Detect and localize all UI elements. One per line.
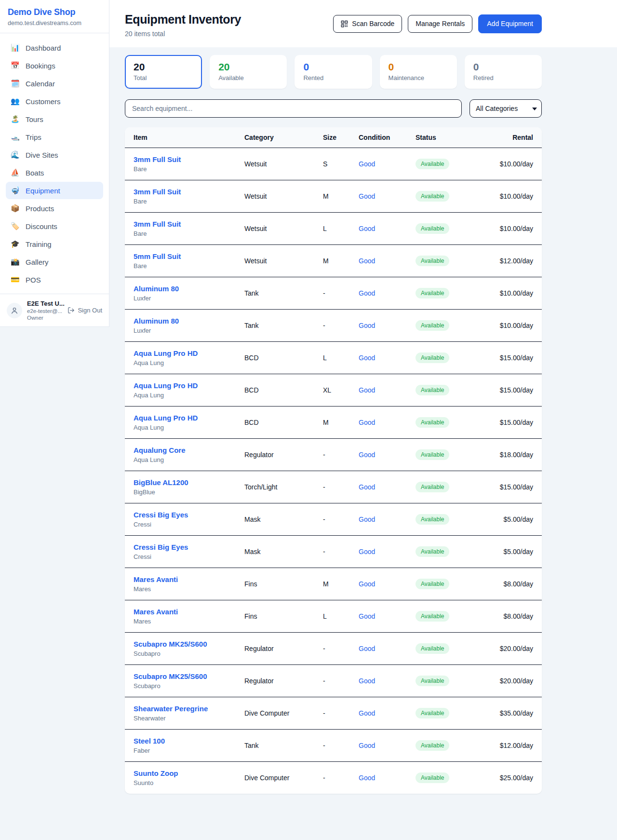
size-cell: - [323,310,359,342]
sidebar-item-tours[interactable]: 🏝️Tours [6,110,103,128]
item-brand: Luxfer [134,327,244,334]
item-link[interactable]: Scubapro MK25/S600 [134,640,244,648]
condition-link[interactable]: Good [359,289,375,297]
rental-cell: $5.00/day [493,536,542,568]
table-row: 3mm Full SuitBareWetsuitSGoodAvailable$1… [125,148,542,180]
condition-link[interactable]: Good [359,257,375,265]
condition-link[interactable]: Good [359,419,375,426]
condition-cell: Good [359,730,416,762]
condition-link[interactable]: Good [359,709,375,717]
item-link[interactable]: Mares Avanti [134,575,244,583]
condition-link[interactable]: Good [359,386,375,394]
stat-value: 0 [473,61,533,73]
item-link[interactable]: Aqua Lung Pro HD [134,414,244,422]
status-cell: Available [416,310,493,342]
sidebar-item-discounts[interactable]: 🏷️Discounts [6,217,103,235]
condition-cell: Good [359,600,416,633]
item-brand: Aqua Lung [134,359,244,366]
sidebar-item-gallery[interactable]: 📸Gallery [6,253,103,271]
item-link[interactable]: Aqualung Core [134,446,244,454]
sidebar-item-dive-sites[interactable]: 🌊Dive Sites [6,146,103,163]
item-link[interactable]: Cressi Big Eyes [134,511,244,519]
sign-out-button[interactable]: Sign Out [67,307,102,314]
sidebar-item-bookings[interactable]: 📅Bookings [6,57,103,74]
sidebar-item-calendar[interactable]: 🗓️Calendar [6,75,103,92]
condition-link[interactable]: Good [359,515,375,523]
item-link[interactable]: Mares Avanti [134,608,244,616]
user-role: Owner [27,315,63,321]
item-brand: Aqua Lung [134,424,244,431]
stat-card-total[interactable]: 20Total [125,55,202,89]
brand-title[interactable]: Demo Dive Shop [8,7,101,17]
category-cell: BCD [244,342,323,374]
item-link[interactable]: 3mm Full Suit [134,188,244,196]
stat-card-maintenance[interactable]: 0Maintenance [380,55,457,89]
condition-link[interactable]: Good [359,451,375,459]
item-link[interactable]: Aluminum 80 [134,317,244,325]
condition-link[interactable]: Good [359,612,375,620]
item-link[interactable]: Aqua Lung Pro HD [134,349,244,357]
stat-card-rented[interactable]: 0Rented [295,55,372,89]
sidebar: Demo Dive Shop demo.test.divestreams.com… [0,0,109,327]
item-link[interactable]: Aqua Lung Pro HD [134,381,244,390]
item-link[interactable]: Cressi Big Eyes [134,543,244,551]
add-equipment-button[interactable]: Add Equipment [478,14,542,33]
table-row: 3mm Full SuitBareWetsuitLGoodAvailable$1… [125,213,542,245]
sidebar-item-customers[interactable]: 👥Customers [6,93,103,110]
condition-link[interactable]: Good [359,548,375,555]
item-cell: Aqua Lung Pro HDAqua Lung [125,374,244,406]
sign-out-label: Sign Out [78,307,102,314]
item-link[interactable]: 3mm Full Suit [134,220,244,228]
condition-link[interactable]: Good [359,322,375,329]
status-badge: Available [416,159,449,169]
stat-card-retired[interactable]: 0Retired [465,55,542,89]
search-input[interactable] [125,99,462,118]
table-row: Aqua Lung Pro HDAqua LungBCDXLGoodAvaila… [125,374,542,406]
sidebar-item-training[interactable]: 🎓Training [6,235,103,253]
item-link[interactable]: Shearwater Peregrine [134,705,244,713]
sidebar-item-pos[interactable]: 💳POS [6,271,103,288]
condition-link[interactable]: Good [359,160,375,168]
rental-cell: $8.00/day [493,600,542,633]
condition-link[interactable]: Good [359,774,375,782]
table-row: 5mm Full SuitBareWetsuitMGoodAvailable$1… [125,245,542,277]
item-link[interactable]: Suunto Zoop [134,769,244,777]
category-cell: Wetsuit [244,213,323,245]
item-cell: 3mm Full SuitBare [125,148,244,180]
condition-link[interactable]: Good [359,192,375,200]
table-row: Suunto ZoopSuuntoDive Computer-GoodAvail… [125,762,542,794]
item-link[interactable]: 5mm Full Suit [134,252,244,260]
sidebar-item-products[interactable]: 📦Products [6,200,103,217]
item-link[interactable]: Aluminum 80 [134,285,244,293]
item-link[interactable]: BigBlue AL1200 [134,478,244,487]
column-header-status: Status [416,127,493,148]
manage-rentals-button[interactable]: Manage Rentals [408,15,472,33]
condition-link[interactable]: Good [359,225,375,232]
scan-barcode-button[interactable]: Scan Barcode [333,15,402,33]
stat-card-available[interactable]: 20Available [210,55,287,89]
condition-link[interactable]: Good [359,677,375,685]
item-cell: 3mm Full SuitBare [125,213,244,245]
equipment-table-card: Item Category Size Condition Status Rent… [125,127,542,794]
item-link[interactable]: 3mm Full Suit [134,155,244,163]
size-cell: L [323,213,359,245]
sidebar-item-boats[interactable]: ⛵Boats [6,164,103,181]
condition-link[interactable]: Good [359,742,375,749]
sidebar-item-trips[interactable]: 🛥️Trips [6,128,103,146]
condition-link[interactable]: Good [359,580,375,588]
condition-link[interactable]: Good [359,645,375,652]
condition-link[interactable]: Good [359,354,375,362]
status-badge: Available [416,482,449,492]
rental-cell: $25.00/day [493,762,542,794]
sidebar-item-dashboard[interactable]: 📊Dashboard [6,39,103,56]
sidebar-item-equipment[interactable]: 🤿Equipment [6,182,103,199]
item-link[interactable]: Steel 100 [134,737,244,745]
brand-domain: demo.test.divestreams.com [8,20,101,27]
status-badge: Available [416,385,449,395]
status-badge: Available [416,256,449,266]
item-link[interactable]: Scubapro MK25/S600 [134,672,244,680]
condition-link[interactable]: Good [359,483,375,491]
rental-cell: $10.00/day [493,213,542,245]
category-cell: Dive Computer [244,762,323,794]
category-select[interactable]: All Categories [469,99,542,118]
